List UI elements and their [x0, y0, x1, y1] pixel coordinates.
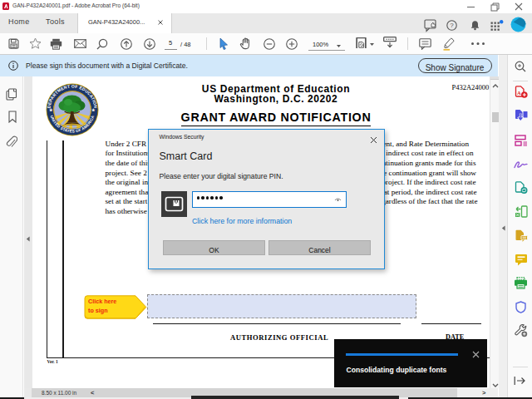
- svg-text:A: A: [517, 90, 521, 96]
- svg-text:?: ?: [450, 22, 454, 29]
